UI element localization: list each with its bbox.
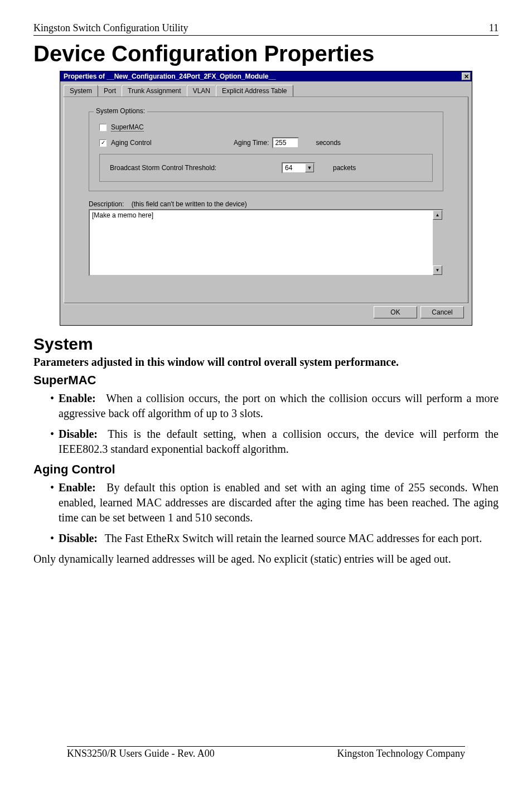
aging-control-heading: Aging Control: [33, 462, 499, 477]
page-title: Device Configuration Properties: [33, 41, 499, 66]
scroll-up-icon[interactable]: ▲: [433, 210, 442, 220]
bullet-icon: •: [50, 391, 54, 421]
chevron-down-icon: ▼: [305, 163, 314, 172]
tab-vlan[interactable]: VLAN: [187, 85, 216, 96]
footer-left: KNS3250/R Users Guide - Rev. A00: [67, 748, 215, 760]
list-item: • Enable: When a collision occurs, the p…: [50, 391, 499, 421]
tab-system-panel: System Options: SuperMAC Aging Control A…: [64, 97, 468, 303]
bullet-icon: •: [50, 531, 54, 546]
tab-strip: System Port Trunk Assignment VLAN Explic…: [64, 85, 468, 97]
list-item: • Disable: This is the default setting, …: [50, 427, 499, 457]
item-text: The Fast EtheRx Switch will retain the l…: [105, 532, 482, 544]
bullet-icon: •: [50, 480, 54, 525]
item-text: When a collision occurs, the port on whi…: [59, 392, 499, 419]
ok-button[interactable]: OK: [374, 306, 417, 318]
description-textarea[interactable]: [Make a memo here] ▲ ▼: [89, 209, 443, 276]
footer-right: Kingston Technology Company: [337, 748, 465, 760]
supermac-heading: SuperMAC: [33, 373, 499, 388]
broadcast-threshold-value: 64: [283, 164, 305, 172]
aging-time-input[interactable]: [272, 137, 299, 148]
closing-text: Only dynamically learned addresses will …: [33, 552, 499, 567]
close-icon: ✕: [464, 73, 469, 80]
system-options-group: System Options: SuperMAC Aging Control A…: [89, 112, 443, 191]
list-item: • Disable: The Fast EtheRx Switch will r…: [50, 531, 499, 546]
page-header: Kingston Switch Configuration Utility 11: [33, 22, 499, 36]
system-heading: System: [33, 335, 499, 354]
broadcast-threshold-select[interactable]: 64 ▼: [282, 162, 315, 173]
keyword: Enable:: [59, 391, 102, 406]
system-options-label: System Options:: [94, 107, 147, 115]
item-text: This is the default setting, when a coll…: [59, 428, 499, 455]
tab-system[interactable]: System: [64, 85, 98, 96]
cancel-button[interactable]: Cancel: [420, 306, 464, 318]
description-value: [Make a memo here]: [90, 210, 433, 275]
header-page-number: 11: [489, 22, 499, 34]
description-label: Description:: [89, 200, 124, 208]
aging-time-label: Aging Time:: [234, 139, 269, 147]
list-item: • Enable: By default this option is enab…: [50, 480, 499, 525]
keyword: Disable:: [59, 427, 102, 442]
aging-control-checkbox[interactable]: [99, 139, 107, 147]
keyword: Disable:: [59, 531, 102, 546]
supermac-list: • Enable: When a collision occurs, the p…: [33, 391, 499, 457]
close-button[interactable]: ✕: [462, 72, 471, 80]
intro-text: Parameters adjusted in this window will …: [33, 356, 499, 369]
aging-time-unit: seconds: [316, 139, 341, 147]
tab-trunk-assignment[interactable]: Trunk Assignment: [122, 85, 187, 96]
aging-control-row: Aging Control Aging Time: seconds: [99, 137, 433, 148]
description-scrollbar[interactable]: ▲ ▼: [433, 210, 442, 275]
header-left: Kingston Switch Configuration Utility: [33, 22, 188, 34]
supermac-label: SuperMAC: [111, 123, 144, 132]
item-text: By default this option is enabled and se…: [59, 481, 499, 524]
dialog-button-row: OK Cancel: [64, 303, 468, 321]
broadcast-threshold-unit: packets: [333, 164, 356, 172]
page-footer: KNS3250/R Users Guide - Rev. A00 Kingsto…: [67, 746, 465, 760]
keyword: Enable:: [59, 480, 102, 495]
bullet-icon: •: [50, 427, 54, 457]
aging-control-label: Aging Control: [111, 139, 234, 147]
tab-explicit-address-table[interactable]: Explicit Address Table: [216, 85, 293, 96]
tab-port[interactable]: Port: [98, 85, 122, 96]
aging-list: • Enable: By default this option is enab…: [33, 480, 499, 546]
scroll-down-icon[interactable]: ▼: [433, 265, 442, 275]
description-hint: (this field can't be written to the devi…: [132, 200, 247, 208]
dialog-title: Properties of __New_Configuration_24Port…: [64, 72, 276, 80]
supermac-row: SuperMAC: [99, 123, 433, 132]
supermac-checkbox[interactable]: [99, 124, 107, 131]
broadcast-threshold-row: Broadcast Storm Control Threshold: 64 ▼ …: [99, 154, 433, 182]
broadcast-threshold-label: Broadcast Storm Control Threshold:: [110, 164, 277, 172]
description-row: Description: (this field can't be writte…: [89, 200, 443, 208]
properties-dialog: Properties of __New_Configuration_24Port…: [60, 71, 472, 326]
dialog-titlebar: Properties of __New_Configuration_24Port…: [60, 71, 472, 81]
